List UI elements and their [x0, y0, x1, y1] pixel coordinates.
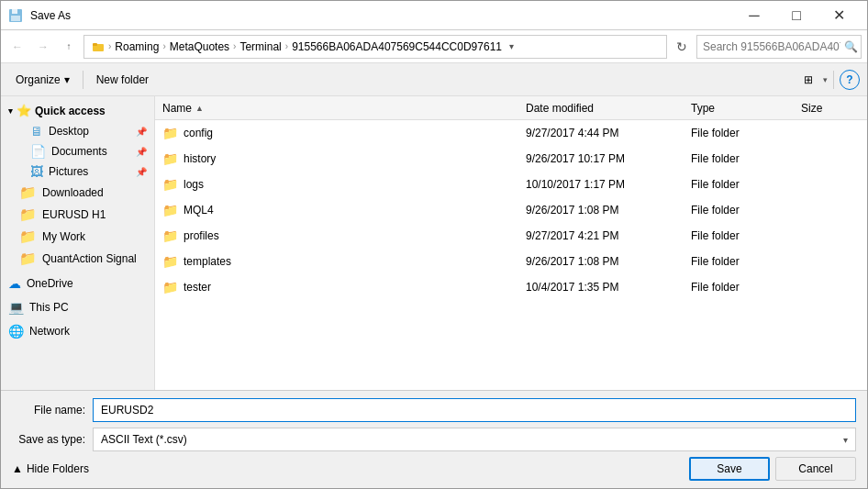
- file-cell-type: File folder: [684, 204, 794, 217]
- column-name-label: Name: [162, 102, 192, 115]
- file-cell-type: File folder: [684, 127, 794, 139]
- file-cell-date: 9/26/2017 1:08 PM: [518, 255, 684, 268]
- folder-icon: 📁: [162, 177, 178, 192]
- file-cell-type: File folder: [684, 255, 794, 268]
- window-controls: ─ □ ✕: [733, 1, 860, 30]
- sidebar-item-label-documents: Documents: [51, 145, 107, 158]
- table-row[interactable]: 📁 config 9/27/2017 4:44 PM File folder: [155, 120, 867, 146]
- file-cell-type: File folder: [684, 229, 794, 242]
- save-as-icon: [8, 8, 23, 23]
- close-button[interactable]: ✕: [818, 1, 860, 30]
- search-icon: 🔍: [844, 40, 858, 53]
- sort-arrow-icon: ▲: [195, 104, 204, 113]
- file-cell-name: 📁 MQL4: [155, 203, 518, 217]
- filename-row: File name:: [12, 398, 856, 422]
- sidebar-item-eurusd-h1[interactable]: 📁 EURUSD H1: [1, 204, 154, 226]
- table-row[interactable]: 📁 history 9/26/2017 10:17 PM File folder: [155, 146, 867, 172]
- organize-button[interactable]: Organize ▾: [8, 68, 77, 92]
- view-options-button[interactable]: ⊞: [797, 69, 819, 91]
- sidebar-item-label-quantaction: QuantAction Signal: [42, 252, 137, 265]
- sidebar-item-pictures[interactable]: 🖼 Pictures 📌: [1, 161, 154, 182]
- column-date-label: Date modified: [526, 102, 594, 115]
- folder-icon: 📁: [162, 280, 178, 295]
- saveastype-select[interactable]: ASCII Text (*.csv) ▾: [93, 428, 856, 451]
- column-size-label: Size: [801, 102, 822, 115]
- folder-icon: 📁: [162, 151, 178, 166]
- sidebar-item-thispc[interactable]: 💻 This PC: [1, 297, 154, 317]
- toolbar-right: ⊞ ▾ ?: [797, 69, 860, 91]
- breadcrumb-guid: 915566BA06ADA407569C544CC0D97611: [292, 40, 502, 53]
- column-type-label: Type: [691, 102, 715, 115]
- sidebar-item-label-network: Network: [29, 325, 70, 338]
- file-name: config: [184, 127, 213, 139]
- main-content: ▾ ⭐ Quick access 🖥 Desktop 📌 📄 Documents…: [1, 96, 867, 390]
- column-header-type[interactable]: Type: [684, 102, 794, 115]
- help-button[interactable]: ?: [840, 70, 860, 90]
- file-cell-name: 📁 templates: [155, 254, 518, 269]
- address-breadcrumb[interactable]: › Roaming › MetaQuotes › Terminal › 9155…: [83, 35, 667, 59]
- file-rows-container: 📁 config 9/27/2017 4:44 PM File folder 📁…: [155, 120, 867, 300]
- filename-label: File name:: [12, 404, 85, 417]
- sidebar-item-label-desktop: Desktop: [49, 125, 89, 138]
- thispc-icon: 💻: [8, 300, 24, 315]
- cancel-label: Cancel: [798, 462, 832, 475]
- hide-folders-chevron-icon: ▲: [12, 462, 23, 475]
- forward-button[interactable]: →: [32, 36, 54, 58]
- column-header-size[interactable]: Size: [794, 102, 867, 115]
- up-button[interactable]: ↑: [58, 36, 80, 58]
- column-header-name[interactable]: Name ▲: [155, 102, 518, 115]
- sidebar-item-my-work[interactable]: 📁 My Work: [1, 226, 154, 248]
- saveastype-label: Save as type:: [12, 433, 85, 446]
- breadcrumb-dropdown-arrow: ▾: [509, 41, 514, 51]
- file-name: profiles: [184, 229, 219, 242]
- table-row[interactable]: 📁 profiles 9/27/2017 4:21 PM File folder: [155, 223, 867, 249]
- table-row[interactable]: 📁 templates 9/26/2017 1:08 PM File folde…: [155, 249, 867, 274]
- save-button[interactable]: Save: [689, 457, 770, 481]
- table-row[interactable]: 📁 logs 10/10/2017 1:17 PM File folder: [155, 172, 867, 197]
- refresh-button[interactable]: ↻: [671, 36, 693, 58]
- saveastype-row: Save as type: ASCII Text (*.csv) ▾: [12, 428, 856, 451]
- sidebar-item-downloaded[interactable]: 📁 Downloaded: [1, 182, 154, 204]
- breadcrumb-metaquotes: MetaQuotes: [170, 40, 229, 53]
- column-header-date[interactable]: Date modified: [518, 102, 684, 115]
- sidebar-item-onedrive[interactable]: ☁ OneDrive: [1, 273, 154, 294]
- breadcrumb-terminal: Terminal: [239, 40, 281, 53]
- pin-icon-pictures: 📌: [136, 167, 147, 177]
- file-name: templates: [184, 255, 231, 268]
- hide-folders-button[interactable]: ▲ Hide Folders: [12, 462, 89, 475]
- saveastype-value: ASCII Text (*.csv): [101, 433, 843, 446]
- table-row[interactable]: 📁 tester 10/4/2017 1:35 PM File folder: [155, 274, 867, 300]
- button-row: ▲ Hide Folders Save Cancel: [12, 457, 856, 481]
- toolbar-row: Organize ▾ New folder ⊞ ▾ ?: [1, 63, 867, 96]
- sidebar-item-quantaction[interactable]: 📁 QuantAction Signal: [1, 248, 154, 270]
- network-icon: 🌐: [8, 324, 24, 339]
- table-row[interactable]: 📁 MQL4 9/26/2017 1:08 PM File folder: [155, 197, 867, 223]
- search-input[interactable]: [703, 40, 840, 53]
- documents-folder-icon: 📄: [30, 144, 46, 159]
- file-cell-name: 📁 history: [155, 151, 518, 166]
- toolbar-sep2: [833, 71, 834, 89]
- sidebar-quick-access-header[interactable]: ▾ ⭐ Quick access: [1, 100, 154, 121]
- desktop-folder-icon: 🖥: [30, 124, 43, 139]
- organize-label: Organize: [16, 73, 61, 86]
- new-folder-button[interactable]: New folder: [89, 68, 156, 92]
- search-box[interactable]: 🔍: [696, 35, 862, 59]
- sidebar-item-documents[interactable]: 📄 Documents 📌: [1, 141, 154, 161]
- file-cell-type: File folder: [684, 152, 794, 165]
- sidebar-item-network[interactable]: 🌐 Network: [1, 321, 154, 341]
- svg-rect-4: [93, 43, 97, 46]
- folder-icon: 📁: [162, 203, 178, 217]
- minimize-button[interactable]: ─: [733, 1, 775, 30]
- maximize-button[interactable]: □: [775, 1, 818, 30]
- file-cell-name: 📁 config: [155, 126, 518, 140]
- filename-input[interactable]: [93, 398, 856, 422]
- dialog-title: Save As: [30, 9, 726, 22]
- folder-icon: 📁: [162, 126, 178, 140]
- pin-icon-desktop: 📌: [136, 127, 147, 137]
- sidebar-item-desktop[interactable]: 🖥 Desktop 📌: [1, 121, 154, 141]
- file-list-header: Name ▲ Date modified Type Size: [155, 96, 867, 120]
- quick-access-chevron-icon: ▾: [8, 106, 13, 116]
- toolbar-separator: [83, 71, 83, 89]
- cancel-button[interactable]: Cancel: [775, 457, 856, 481]
- back-button[interactable]: ←: [6, 36, 28, 58]
